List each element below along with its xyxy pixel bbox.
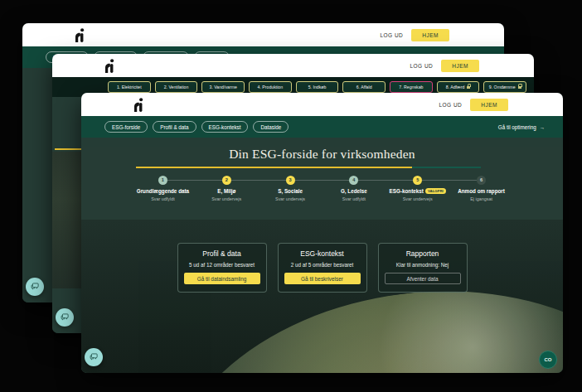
step-circle: 5 — [413, 176, 422, 185]
window-header: LOG UD HJEM — [52, 54, 534, 77]
page-content: Din ESG-forside for virksomheden 1 Grund… — [81, 138, 563, 373]
tab-label: 9. Omdømme — [489, 85, 516, 90]
status-section: Profil & data 5 ud af 12 områder besvare… — [81, 220, 563, 373]
window-header: LOG UD HJEM — [22, 23, 504, 46]
tab-adfaerd[interactable]: 8. Adfærd — [437, 81, 480, 93]
optional-badge: VALGFRI — [425, 188, 446, 194]
chat-icon — [90, 351, 99, 364]
tab-regnskab[interactable]: 7. Regnskab — [390, 81, 433, 93]
step-circle: 3 — [286, 176, 295, 185]
nav-pill-dataside[interactable]: Dataside — [253, 121, 289, 133]
co-badge[interactable]: CO — [539, 351, 557, 369]
tab-elektricitet[interactable]: 1. Elektricitet — [108, 81, 151, 93]
step-circle: 2 — [222, 176, 231, 185]
step-label: G, Ledelse — [341, 188, 367, 194]
chat-fab[interactable] — [26, 278, 44, 296]
step-status: Ej igangsat — [470, 196, 492, 201]
progress-stepper: 1 Grundlæggende data Svar udfyldt 2 E, M… — [131, 176, 513, 202]
card-subtitle: 2 ud af 5 områder besvaret — [291, 262, 354, 268]
header-actions: LOG UD HJEM — [439, 99, 508, 111]
logout-link[interactable]: LOG UD — [439, 102, 462, 108]
step-label: E, Miljø — [217, 188, 235, 194]
nav-pill-esg-kontekst[interactable]: ESG-kontekst — [201, 121, 249, 133]
home-button[interactable]: HJEM — [470, 99, 508, 111]
card-esg-kontekst: ESG-kontekst 2 ud af 5 områder besvaret … — [278, 243, 367, 293]
step-sociale[interactable]: 3 S, Sociale Svar undervejs — [259, 176, 323, 202]
tab-label: 5. Indkøb — [308, 85, 327, 90]
step-miljo[interactable]: 2 E, Miljø Svar undervejs — [195, 176, 259, 202]
step-circle: 4 — [349, 176, 358, 185]
card-title: Rapporten — [406, 249, 439, 258]
chat-icon — [31, 281, 40, 293]
card-subtitle: Klar til anmodning: Nej — [396, 262, 449, 268]
tab-produktion[interactable]: 4. Produktion — [249, 81, 292, 93]
tab-label: 8. Adfærd — [446, 85, 465, 90]
step-label: S, Sociale — [278, 188, 303, 194]
window-front: LOG UD HJEM ESG-forside Profil & data ES… — [81, 93, 563, 373]
step-status: Svar undervejs — [275, 196, 305, 201]
page-title: Din ESG-forside for virksomheden — [81, 147, 563, 162]
step-circle: 1 — [158, 176, 167, 185]
header-actions: LOG UD HJEM — [410, 60, 479, 72]
tab-label: 2. Ventilation — [164, 85, 189, 90]
step-circle: 6 — [477, 176, 486, 185]
step-label: Grundlæggende data — [137, 188, 189, 194]
step-label: ESG-kontekst — [390, 188, 424, 194]
step-label: Anmod om rapport — [458, 188, 505, 194]
tab-label: 3. Vand/varme — [210, 85, 237, 90]
tab-vand-varme[interactable]: 3. Vand/varme — [201, 81, 245, 93]
go-to-descriptions-button[interactable]: Gå til beskrivelser — [284, 273, 361, 284]
step-status: Svar undervejs — [211, 196, 241, 201]
chat-fab[interactable] — [56, 308, 74, 327]
status-cards: Profil & data 5 ud af 12 områder besvare… — [81, 243, 563, 293]
card-subtitle: 5 ud af 12 områder besvaret — [189, 262, 255, 268]
app-logo-icon — [74, 28, 85, 42]
card-profil-data: Profil & data 5 ud af 12 områder besvare… — [177, 243, 267, 293]
nav-pill-profil-data[interactable]: Profil & data — [153, 121, 196, 133]
step-status: Svar udfyldt — [342, 196, 366, 201]
tab-affald[interactable]: 6. Affald — [342, 81, 386, 93]
step-esg-kontekst[interactable]: 5 ESG-kontekst VALGFRI Svar undervejs — [386, 176, 449, 202]
tab-ventilation[interactable]: 2. Ventilation — [155, 81, 198, 93]
arrow-right-icon: → — [540, 124, 545, 130]
step-grundlaeggende-data[interactable]: 1 Grundlæggende data Svar udfyldt — [131, 176, 195, 202]
tab-label: 1. Elektricitet — [117, 85, 142, 90]
pill-navbar: ESG-forside Profil & data ESG-kontekst D… — [81, 116, 563, 138]
tab-omdomme[interactable]: 9. Omdømme — [483, 81, 526, 93]
title-divider-progress — [136, 167, 412, 168]
tab-label: 7. Regnskab — [399, 85, 423, 90]
awaiting-data-button[interactable]: Afventer data — [385, 273, 461, 284]
chat-icon — [61, 312, 70, 324]
step-status: Svar udfyldt — [151, 196, 174, 201]
home-button[interactable]: HJEM — [411, 29, 449, 41]
nav-pill-esg-forside[interactable]: ESG-forside — [104, 121, 148, 133]
lock-icon — [518, 86, 521, 89]
logout-link[interactable]: LOG UD — [380, 32, 403, 38]
window-header: LOG UD HJEM — [81, 93, 563, 116]
app-logo-icon — [104, 59, 115, 73]
desktop-background: LOG UD HJEM ESG-forside Profil & data ES… — [0, 0, 582, 392]
tab-label: 6. Affald — [356, 85, 372, 90]
app-logo-icon — [133, 98, 144, 112]
hero-section: Din ESG-forside for virksomheden 1 Grund… — [81, 147, 563, 229]
step-anmod-om-rapport[interactable]: 6 Anmod om rapport Ej igangsat — [449, 176, 513, 202]
tab-indkob[interactable]: 5. Indkøb — [296, 81, 339, 93]
go-to-data-collection-button[interactable]: Gå til dataindsamling — [184, 273, 260, 284]
optimize-link[interactable]: Gå til optimering → — [498, 124, 545, 130]
tab-label: 4. Produktion — [258, 85, 284, 90]
step-ledelse[interactable]: 4 G, Ledelse Svar udfyldt — [322, 176, 386, 202]
nav-pills: ESG-forside Profil & data ESG-kontekst D… — [104, 121, 289, 133]
logout-link[interactable]: LOG UD — [410, 63, 433, 69]
lock-icon — [467, 86, 470, 89]
chat-fab[interactable] — [85, 348, 103, 366]
step-status: Svar undervejs — [403, 196, 433, 201]
card-title: ESG-kontekst — [300, 249, 343, 258]
card-rapporten: Rapporten Klar til anmodning: Nej Afvent… — [378, 243, 468, 293]
header-actions: LOG UD HJEM — [380, 29, 449, 41]
title-divider — [136, 167, 481, 168]
card-title: Profil & data — [202, 249, 240, 258]
optimize-label: Gå til optimering — [498, 124, 536, 130]
home-button[interactable]: HJEM — [441, 60, 479, 72]
